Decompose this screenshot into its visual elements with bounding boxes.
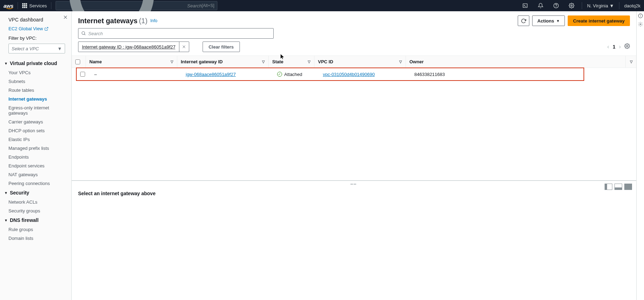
global-search[interactable]: Search [Alt+S] (56, 1, 217, 10)
filter-chip: Internet gateway ID : igw-068aace86051a9… (78, 42, 189, 52)
search-shortcut: [Alt+S] (202, 3, 215, 8)
grid-icon (22, 3, 27, 8)
cell-name: – (91, 68, 182, 80)
col-state[interactable]: State▽ (269, 56, 314, 68)
pane-layout-side[interactable] (605, 184, 612, 190)
sidebar-item-peering-connections[interactable]: Peering connections (0, 179, 71, 188)
sidebar-item-security-groups[interactable]: Security groups (0, 206, 71, 215)
region-selector[interactable]: N. Virginia▼ (587, 3, 614, 8)
aws-logo[interactable]: aws (4, 3, 13, 9)
cloudshell-icon[interactable] (520, 0, 530, 11)
search-icon (81, 31, 86, 36)
page-count: (1) (139, 17, 147, 25)
right-rail (636, 11, 644, 300)
sidebar-item-subnets[interactable]: Subnets (0, 77, 71, 86)
col-owner[interactable]: Owner (406, 56, 626, 68)
page-title: Internet gateways (78, 17, 138, 25)
svg-rect-2 (523, 4, 527, 8)
filter-chip-text[interactable]: Internet gateway ID : igw-068aace86051a9… (78, 44, 179, 50)
sidebar-item-endpoint-services[interactable]: Endpoint services (0, 161, 71, 170)
ec2-global-view-link[interactable]: EC2 Global View (0, 25, 71, 33)
svg-point-18 (640, 24, 641, 25)
sidebar-item-rule-groups[interactable]: Rule groups (0, 225, 71, 234)
sidebar-item-nat-gateways[interactable]: NAT gateways (0, 170, 71, 179)
svg-point-5 (556, 7, 556, 7)
actions-button[interactable]: Actions▼ (532, 15, 565, 26)
igw-table: Name▽ Internet gateway ID▽ State▽ VPC ID… (72, 56, 636, 81)
svg-line-11 (84, 34, 85, 35)
refresh-icon (521, 18, 526, 24)
pane-layout-bottom[interactable] (614, 184, 622, 190)
sidebar-item-your-vpcs[interactable]: Your VPCs (0, 68, 71, 77)
sidebar-item-egress-only-igw[interactable]: Egress-only internet gateways (0, 103, 71, 117)
top-nav: aws Services Search [Alt+S] N. Virginia▼… (0, 0, 644, 11)
row-checkbox[interactable] (80, 72, 85, 77)
notifications-icon[interactable] (535, 0, 546, 11)
gear-icon[interactable] (638, 22, 643, 27)
info-icon[interactable] (638, 13, 643, 18)
table-row[interactable]: – igw-068aace86051a9f27 ✓Attached vpc-03… (77, 68, 584, 80)
details-empty-text: Select an internet gateway above (78, 191, 630, 196)
user-menu[interactable]: daotq2k (624, 3, 640, 8)
table-search[interactable]: Search (78, 28, 274, 39)
pane-layout-full[interactable] (624, 184, 632, 190)
main-content: Internet gateways (1) Info Actions▼ Crea… (72, 11, 636, 300)
next-page[interactable]: › (619, 44, 621, 50)
col-name[interactable]: Name▽ (86, 56, 177, 68)
sidebar-item-elastic-ips[interactable]: Elastic IPs (0, 135, 71, 144)
table-settings[interactable] (624, 43, 630, 50)
cell-owner: 846338211683 (411, 68, 573, 80)
sidebar-item-managed-prefix-lists[interactable]: Managed prefix lists (0, 144, 71, 153)
sidebar-item-carrier-gateways[interactable]: Carrier gateways (0, 117, 71, 126)
sidebar: VPC dashboard EC2 Global View Filter by … (0, 11, 72, 300)
svg-point-10 (82, 32, 85, 34)
table-header: Name▽ Internet gateway ID▽ State▽ VPC ID… (72, 56, 636, 68)
resize-handle[interactable]: ══ (351, 182, 358, 185)
cell-igw-id-link[interactable]: igw-068aace86051a9f27 (186, 72, 236, 77)
filter-chip-remove[interactable] (179, 42, 189, 52)
details-pane: ══ Select an internet gateway above (72, 180, 636, 300)
help-icon[interactable] (551, 0, 561, 11)
check-circle-icon: ✓ (277, 72, 282, 77)
col-vpc-id[interactable]: VPC ID▽ (314, 56, 406, 68)
section-security[interactable]: ▼Security (0, 188, 71, 198)
create-internet-gateway-button[interactable]: Create internet gateway (568, 15, 630, 26)
services-menu[interactable]: Services (22, 3, 47, 8)
vpc-filter-select[interactable]: Select a VPC▼ (8, 44, 65, 53)
external-link-icon (44, 27, 49, 31)
sidebar-item-dhcp-option-sets[interactable]: DHCP option sets (0, 126, 71, 135)
svg-point-6 (571, 5, 572, 6)
settings-icon[interactable] (566, 0, 577, 11)
svg-point-17 (640, 15, 640, 15)
sidebar-item-route-tables[interactable]: Route tables (0, 86, 71, 95)
sidebar-dashboard-link[interactable]: VPC dashboard (0, 15, 71, 25)
col-settings[interactable]: ▽ (626, 56, 636, 68)
sidebar-item-network-acls[interactable]: Network ACLs (0, 198, 71, 206)
cell-state: ✓Attached (277, 72, 302, 77)
col-igw-id[interactable]: Internet gateway ID▽ (177, 56, 269, 68)
sidebar-close[interactable] (63, 15, 68, 21)
page-number: 1 (613, 44, 616, 50)
sidebar-item-domain-lists[interactable]: Domain lists (0, 234, 71, 243)
filter-by-vpc-label: Filter by VPC: (0, 33, 71, 42)
clear-filters-button[interactable]: Clear filters (203, 42, 240, 52)
svg-line-9 (46, 27, 48, 29)
sidebar-item-endpoints[interactable]: Endpoints (0, 153, 71, 161)
prev-page[interactable]: ‹ (607, 44, 609, 50)
highlighted-row-frame: – igw-068aace86051a9f27 ✓Attached vpc-03… (76, 68, 584, 81)
section-vpc[interactable]: ▼Virtual private cloud (0, 58, 71, 68)
refresh-button[interactable] (518, 15, 529, 26)
svg-point-14 (626, 45, 628, 47)
cell-vpc-id-link[interactable]: vpc-031050d4b01490690 (323, 72, 375, 77)
info-link[interactable]: Info (150, 18, 157, 23)
sidebar-item-internet-gateways[interactable]: Internet gateways (0, 95, 71, 103)
select-all-checkbox[interactable] (75, 59, 80, 64)
section-dns-firewall[interactable]: ▼DNS firewall (0, 215, 71, 225)
